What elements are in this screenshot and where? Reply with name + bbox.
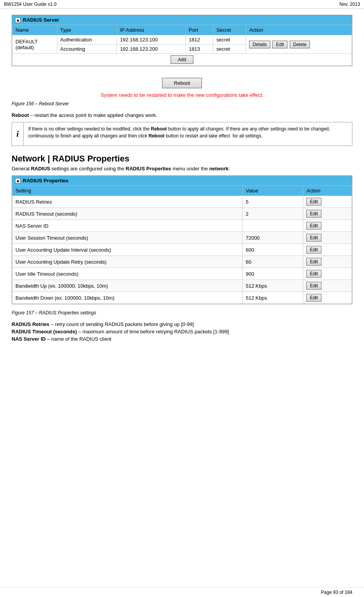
header-left: BW1254 User Guide v1.0 — [4, 2, 56, 7]
figure-157-caption: Figure 157 – RADIUS Properties settings — [12, 310, 352, 316]
props-action: Edit — [303, 208, 352, 220]
col-ip: IP Address — [117, 25, 186, 35]
props-col-setting: Setting — [12, 186, 243, 196]
radius-bold: RADIUS — [31, 166, 50, 172]
props-setting: RADIUS Timeout (seconds) — [12, 208, 243, 220]
network-radius-subtext: General RADIUS settings are configured u… — [12, 166, 352, 172]
radius-properties-table: Setting Value Action RADIUS Retries5Edit… — [12, 185, 352, 304]
server-port-acct: 1813 — [186, 45, 213, 54]
server-type-acct: Accounting — [57, 45, 116, 54]
col-type: Type — [57, 25, 116, 35]
info-icon: i — [12, 122, 24, 146]
col-secret: Secret — [213, 25, 246, 35]
server-secret-auth: secret — [213, 35, 246, 45]
server-ip-acct: 192.168.123.200 — [117, 45, 186, 54]
props-setting: Bandwidth Up (ex. 100000, 10kbps, 10m) — [12, 280, 243, 292]
props-table-row: User Accounting Update Retry (seconds)60… — [12, 256, 352, 268]
props-action: Edit — [303, 196, 352, 208]
table-row: DEFAULT(default) Authentication 192.168.… — [12, 35, 352, 45]
props-value — [243, 220, 303, 232]
add-button[interactable]: Add — [171, 55, 193, 64]
server-name: DEFAULT(default) — [12, 35, 57, 54]
props-setting: User Accounting Update Retry (seconds) — [12, 256, 243, 268]
add-cell: Add — [12, 54, 352, 66]
def-nas-server: – name of the RADIUS client — [47, 336, 111, 342]
props-col-value: Value — [243, 186, 303, 196]
props-table-row: User Session Timeout (seconds)72000Edit — [12, 232, 352, 244]
props-edit-button[interactable]: Edit — [306, 222, 321, 230]
server-type-auth: Authentication — [57, 35, 116, 45]
props-edit-button[interactable]: Edit — [306, 210, 321, 218]
radius-properties-title: ■ RADIUS Properties — [12, 176, 352, 185]
main-content: ■ RADIUS Server Name Type IP Address Por… — [0, 9, 364, 352]
props-edit-button[interactable]: Edit — [306, 294, 321, 302]
reboot-desc-text: – restart the access point to make appli… — [30, 112, 157, 118]
delete-button[interactable]: Delete — [290, 41, 310, 48]
props-edit-button[interactable]: Edit — [306, 246, 321, 254]
props-edit-button[interactable]: Edit — [306, 282, 321, 290]
props-action: Edit — [303, 220, 352, 232]
page-number: Page 93 of 184 — [321, 590, 352, 595]
reboot-bold-1: Reboot — [151, 126, 167, 132]
network-bold: network — [209, 166, 229, 172]
add-row: Add — [12, 54, 352, 66]
server-port-auth: 1812 — [186, 35, 213, 45]
radius-server-table: Name Type IP Address Port Secret Action … — [12, 25, 352, 66]
server-ip-auth: 192.168.123.100 — [117, 35, 186, 45]
desc-radius-retries: RADIUS Retries – retry count of sending … — [12, 321, 352, 327]
desc-radius-timeout: RADIUS Timeout (seconds) – maximum amoun… — [12, 329, 352, 335]
radius-properties-panel: ■ RADIUS Properties Setting Value Action… — [12, 175, 352, 304]
props-table-row: NAS Server IDEdit — [12, 220, 352, 232]
props-action: Edit — [303, 256, 352, 268]
props-action: Edit — [303, 280, 352, 292]
props-table-row: Bandwidth Up (ex. 100000, 10kbps, 10m)51… — [12, 280, 352, 292]
props-setting: User Session Timeout (seconds) — [12, 232, 243, 244]
details-button[interactable]: Details — [249, 41, 270, 48]
edit-button[interactable]: Edit — [272, 41, 287, 48]
props-value: 2 — [243, 208, 303, 220]
props-action: Edit — [303, 292, 352, 304]
reboot-section: Reboot — [12, 78, 352, 88]
reboot-button[interactable]: Reboot — [162, 78, 202, 88]
info-box: i If there is no other settings needed t… — [12, 122, 352, 146]
col-action: Action — [246, 25, 352, 35]
desc-nas-server: NAS Server ID – name of the RADIUS clien… — [12, 336, 352, 342]
props-setting: Bandwidth Down (ex. 100000, 10kbps, 10m) — [12, 292, 243, 304]
info-text: If there is no other settings needed to … — [24, 122, 352, 146]
props-setting: RADIUS Retries — [12, 196, 243, 208]
props-edit-button[interactable]: Edit — [306, 270, 321, 278]
props-edit-button[interactable]: Edit — [306, 234, 321, 242]
radius-server-panel: ■ RADIUS Server Name Type IP Address Por… — [12, 15, 352, 66]
col-port: Port — [186, 25, 213, 35]
props-edit-button[interactable]: Edit — [306, 258, 321, 266]
props-table-row: Bandwidth Down (ex. 100000, 10kbps, 10m)… — [12, 292, 352, 304]
panel-icon: ■ — [15, 17, 21, 23]
props-action: Edit — [303, 232, 352, 244]
props-value: 60 — [243, 256, 303, 268]
props-value: 600 — [243, 244, 303, 256]
radius-server-title: ■ RADIUS Server — [12, 15, 352, 25]
panel-icon-2: ■ — [15, 178, 21, 184]
props-setting: User Idle Timeout (seconds) — [12, 268, 243, 280]
props-edit-button[interactable]: Edit — [306, 198, 321, 206]
reboot-bold-2: Reboot — [149, 133, 164, 139]
props-col-action: Action — [303, 186, 352, 196]
props-action: Edit — [303, 244, 352, 256]
description-list: RADIUS Retries – retry count of sending … — [12, 321, 352, 342]
col-name: Name — [12, 25, 57, 35]
def-radius-retries: – retry count of sending RADIUS packets … — [51, 321, 194, 327]
figure-156-caption: Figure 156 – Reboot Server — [12, 101, 352, 106]
props-value: 900 — [243, 268, 303, 280]
props-value: 512 Kbps — [243, 292, 303, 304]
term-radius-timeout: RADIUS Timeout (seconds) — [12, 329, 77, 335]
term-radius-retries: RADIUS Retries — [12, 321, 50, 327]
props-table-row: User Idle Timeout (seconds)900Edit — [12, 268, 352, 280]
reboot-description: Reboot – restart the access point to mak… — [12, 112, 352, 118]
props-value: 72000 — [243, 232, 303, 244]
reboot-term: Reboot — [12, 112, 29, 118]
props-setting: User Accounting Update Interval (seconds… — [12, 244, 243, 256]
props-value: 512 Kbps — [243, 280, 303, 292]
def-radius-timeout: – maximum amount of time before retrying… — [78, 329, 229, 335]
header-bar: BW1254 User Guide v1.0 Nov. 2013 — [0, 0, 364, 9]
header-right: Nov. 2013 — [339, 2, 360, 7]
